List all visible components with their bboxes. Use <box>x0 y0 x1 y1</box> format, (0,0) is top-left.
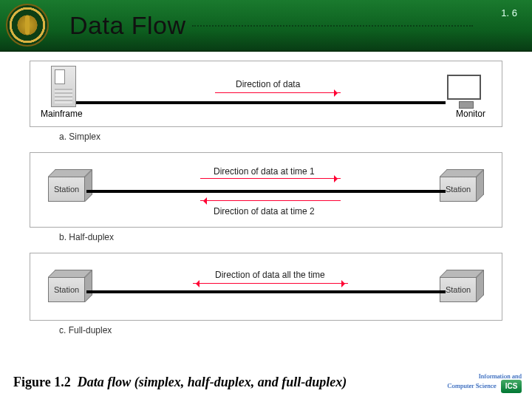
station-right-label: Station <box>440 177 477 202</box>
university-seal-icon <box>6 4 49 47</box>
station-left-label: Station <box>48 277 85 302</box>
panel-caption-b: b. Half-duplex <box>59 232 502 242</box>
mainframe-label: Mainframe <box>41 109 83 119</box>
station-right-icon: Station <box>440 270 484 302</box>
ics-badge-icon: ICS <box>501 380 522 393</box>
monitor-icon <box>447 75 481 100</box>
data-link-line <box>76 101 446 104</box>
figure-number: Figure 1.2 <box>13 375 71 389</box>
figure-caption: Figure 1.2 Data flow (simplex, half-dupl… <box>13 375 347 390</box>
station-right-label: Station <box>440 277 477 302</box>
slide-header: Data Flow 1. 6 <box>0 0 532 52</box>
station-right-icon: Station <box>440 169 484 202</box>
arrow-right-icon <box>200 178 341 179</box>
arrow-label: Direction of data <box>236 79 300 89</box>
monitor-label: Monitor <box>456 109 485 119</box>
figure-text: Data flow (simplex, half-duplex, and ful… <box>78 375 347 389</box>
station-left-label: Station <box>48 177 85 202</box>
data-link-line <box>86 190 446 193</box>
page-number: 1. 6 <box>501 7 517 18</box>
panel-caption-c: c. Full-duplex <box>59 325 502 335</box>
arrow-label: Direction of data all the time <box>215 270 325 280</box>
panel-full-duplex: Station Station Direction of data all th… <box>30 253 502 321</box>
arrow-right-icon <box>215 92 341 93</box>
dept-line-1: Information and <box>479 372 522 380</box>
header-dotted-rule <box>192 25 473 27</box>
data-link-line <box>86 290 446 293</box>
arrow-label-1: Direction of data at time 1 <box>214 166 315 177</box>
arrow-left-icon <box>200 200 341 201</box>
panel-half-duplex: Station Station Direction of data at tim… <box>30 152 502 228</box>
mainframe-icon <box>51 66 76 107</box>
panel-caption-a: a. Simplex <box>59 132 502 142</box>
station-left-icon: Station <box>48 169 92 202</box>
diagram-area: Mainframe Monitor Direction of data a. S… <box>0 52 532 335</box>
arrow-left-icon <box>193 283 348 284</box>
station-left-icon: Station <box>48 270 92 302</box>
panel-simplex: Mainframe Monitor Direction of data <box>30 61 502 127</box>
arrow-label-2: Direction of data at time 2 <box>214 206 315 216</box>
department-footer: Information and Computer Science ICS <box>448 373 522 393</box>
slide-title: Data Flow <box>69 11 186 40</box>
dept-line-2: Computer Science <box>448 382 497 389</box>
